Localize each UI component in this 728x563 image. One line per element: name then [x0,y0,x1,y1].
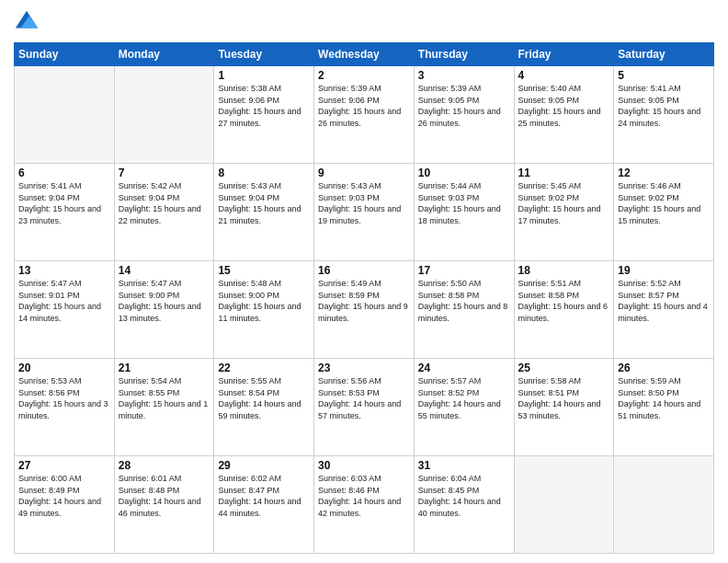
day-info: Sunrise: 5:56 AMSunset: 8:53 PMDaylight:… [318,375,410,421]
day-number: 2 [318,69,410,82]
day-info: Sunrise: 5:54 AMSunset: 8:55 PMDaylight:… [119,375,210,421]
calendar-table: SundayMondayTuesdayWednesdayThursdayFrid… [14,42,714,554]
calendar-cell: 26Sunrise: 5:59 AMSunset: 8:50 PMDayligh… [614,359,714,456]
weekday-header: Friday [514,43,614,66]
day-info: Sunrise: 5:53 AMSunset: 8:56 PMDaylight:… [18,375,110,421]
day-number: 23 [318,362,410,374]
calendar-cell: 9Sunrise: 5:43 AMSunset: 9:03 PMDaylight… [314,164,415,261]
day-number: 29 [218,459,310,472]
day-number: 7 [119,167,210,179]
day-info: Sunrise: 6:02 AMSunset: 8:47 PMDaylight:… [218,473,310,519]
day-info: Sunrise: 5:46 AMSunset: 9:02 PMDaylight:… [618,180,710,226]
day-number: 21 [119,362,210,374]
calendar-week-row: 13Sunrise: 5:47 AMSunset: 9:01 PMDayligh… [15,261,714,359]
day-number: 31 [418,459,510,472]
day-info: Sunrise: 5:50 AMSunset: 8:58 PMDaylight:… [418,278,510,324]
day-number: 17 [418,264,510,277]
weekday-header: Tuesday [214,43,314,66]
page: SundayMondayTuesdayWednesdayThursdayFrid… [0,0,728,563]
day-number: 4 [518,69,610,82]
day-info: Sunrise: 5:47 AMSunset: 9:01 PMDaylight:… [18,278,110,324]
logo-icon [14,9,40,35]
calendar-week-row: 20Sunrise: 5:53 AMSunset: 8:56 PMDayligh… [15,359,714,456]
day-info: Sunrise: 5:42 AMSunset: 9:04 PMDaylight:… [119,180,210,226]
day-info: Sunrise: 5:57 AMSunset: 8:52 PMDaylight:… [418,375,510,421]
day-info: Sunrise: 6:01 AMSunset: 8:48 PMDaylight:… [119,473,210,519]
calendar-cell: 17Sunrise: 5:50 AMSunset: 8:58 PMDayligh… [414,261,514,359]
day-info: Sunrise: 5:43 AMSunset: 9:04 PMDaylight:… [218,180,310,226]
day-info: Sunrise: 6:04 AMSunset: 8:45 PMDaylight:… [418,473,510,519]
day-info: Sunrise: 6:00 AMSunset: 8:49 PMDaylight:… [18,473,110,519]
calendar-cell: 14Sunrise: 5:47 AMSunset: 9:00 PMDayligh… [114,261,214,359]
calendar-cell [514,456,614,554]
calendar-cell: 5Sunrise: 5:41 AMSunset: 9:05 PMDaylight… [614,66,714,164]
calendar-cell: 16Sunrise: 5:49 AMSunset: 8:59 PMDayligh… [314,261,415,359]
day-number: 9 [318,167,410,179]
day-number: 10 [418,167,510,179]
day-number: 30 [318,459,410,472]
calendar-cell [114,66,214,164]
day-number: 24 [418,362,510,374]
day-number: 20 [18,362,110,374]
day-number: 3 [418,69,510,82]
weekday-header: Thursday [414,43,514,66]
day-number: 13 [18,264,110,277]
calendar-week-row: 27Sunrise: 6:00 AMSunset: 8:49 PMDayligh… [15,456,714,554]
day-number: 5 [618,69,710,82]
weekday-header: Saturday [614,43,714,66]
day-info: Sunrise: 5:58 AMSunset: 8:51 PMDaylight:… [518,375,610,421]
calendar-week-row: 1Sunrise: 5:38 AMSunset: 9:06 PMDaylight… [15,66,714,164]
day-number: 11 [518,167,610,179]
calendar-cell [15,66,115,164]
day-number: 18 [518,264,610,277]
calendar-cell: 18Sunrise: 5:51 AMSunset: 8:58 PMDayligh… [514,261,614,359]
day-info: Sunrise: 5:39 AMSunset: 9:06 PMDaylight:… [318,83,410,129]
calendar-cell [614,456,714,554]
calendar-cell: 6Sunrise: 5:41 AMSunset: 9:04 PMDaylight… [15,164,115,261]
day-info: Sunrise: 5:39 AMSunset: 9:05 PMDaylight:… [418,83,510,129]
day-number: 28 [119,459,210,472]
calendar-cell: 27Sunrise: 6:00 AMSunset: 8:49 PMDayligh… [15,456,115,554]
day-number: 1 [218,69,310,82]
calendar-cell: 21Sunrise: 5:54 AMSunset: 8:55 PMDayligh… [114,359,214,456]
calendar-week-row: 6Sunrise: 5:41 AMSunset: 9:04 PMDaylight… [15,164,714,261]
day-number: 8 [218,167,310,179]
calendar-cell: 8Sunrise: 5:43 AMSunset: 9:04 PMDaylight… [214,164,314,261]
weekday-header: Monday [114,43,214,66]
calendar-cell: 22Sunrise: 5:55 AMSunset: 8:54 PMDayligh… [214,359,314,456]
calendar-cell: 23Sunrise: 5:56 AMSunset: 8:53 PMDayligh… [314,359,415,456]
day-info: Sunrise: 5:59 AMSunset: 8:50 PMDaylight:… [618,375,710,421]
day-info: Sunrise: 5:55 AMSunset: 8:54 PMDaylight:… [218,375,310,421]
calendar-cell: 20Sunrise: 5:53 AMSunset: 8:56 PMDayligh… [15,359,115,456]
day-info: Sunrise: 5:49 AMSunset: 8:59 PMDaylight:… [318,278,410,324]
calendar-cell: 7Sunrise: 5:42 AMSunset: 9:04 PMDaylight… [114,164,214,261]
calendar-cell: 13Sunrise: 5:47 AMSunset: 9:01 PMDayligh… [15,261,115,359]
day-number: 12 [618,167,710,179]
day-info: Sunrise: 5:48 AMSunset: 9:00 PMDaylight:… [218,278,310,324]
day-number: 15 [218,264,310,277]
day-number: 16 [318,264,410,277]
day-info: Sunrise: 5:51 AMSunset: 8:58 PMDaylight:… [518,278,610,324]
calendar-cell: 19Sunrise: 5:52 AMSunset: 8:57 PMDayligh… [614,261,714,359]
calendar-cell: 10Sunrise: 5:44 AMSunset: 9:03 PMDayligh… [414,164,514,261]
header [14,9,714,35]
day-info: Sunrise: 5:38 AMSunset: 9:06 PMDaylight:… [218,83,310,129]
day-info: Sunrise: 5:44 AMSunset: 9:03 PMDaylight:… [418,180,510,226]
day-info: Sunrise: 5:41 AMSunset: 9:05 PMDaylight:… [618,83,710,129]
day-info: Sunrise: 5:52 AMSunset: 8:57 PMDaylight:… [618,278,710,324]
calendar-cell: 28Sunrise: 6:01 AMSunset: 8:48 PMDayligh… [114,456,214,554]
calendar-cell: 1Sunrise: 5:38 AMSunset: 9:06 PMDaylight… [214,66,314,164]
logo [14,9,43,35]
day-number: 25 [518,362,610,374]
day-info: Sunrise: 5:43 AMSunset: 9:03 PMDaylight:… [318,180,410,226]
day-number: 27 [18,459,110,472]
day-info: Sunrise: 5:45 AMSunset: 9:02 PMDaylight:… [518,180,610,226]
calendar-cell: 29Sunrise: 6:02 AMSunset: 8:47 PMDayligh… [214,456,314,554]
calendar-cell: 15Sunrise: 5:48 AMSunset: 9:00 PMDayligh… [214,261,314,359]
day-info: Sunrise: 5:41 AMSunset: 9:04 PMDaylight:… [18,180,110,226]
day-number: 26 [618,362,710,374]
day-info: Sunrise: 5:40 AMSunset: 9:05 PMDaylight:… [518,83,610,129]
weekday-header: Sunday [15,43,115,66]
day-info: Sunrise: 5:47 AMSunset: 9:00 PMDaylight:… [119,278,210,324]
day-number: 6 [18,167,110,179]
